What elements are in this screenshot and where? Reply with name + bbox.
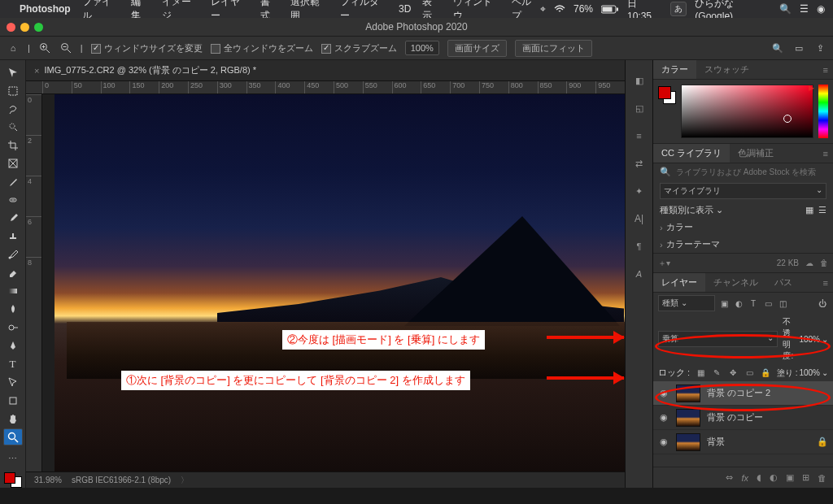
move-tool[interactable] [3, 64, 23, 80]
hue-slider[interactable] [818, 85, 828, 138]
lib-group-theme[interactable]: ›カラーテーマ [653, 236, 833, 253]
quick-select-tool[interactable] [3, 119, 23, 135]
tab-adjustments[interactable]: 色調補正 [730, 144, 782, 163]
new-layer-icon[interactable]: ⊞ [802, 472, 809, 483]
layer-filter-kind[interactable]: 種類 ⌄ [658, 295, 715, 311]
filter-type-icon[interactable]: T [748, 299, 759, 308]
lock-all-icon[interactable]: 🔒 [760, 368, 771, 377]
layer-row[interactable]: ◉ 背景 🔒 [653, 430, 833, 454]
library-search[interactable]: 🔍 [653, 163, 833, 180]
lock-artboard-icon[interactable]: ▭ [744, 368, 755, 377]
siri-icon[interactable]: ◉ [817, 3, 825, 15]
layer-thumb[interactable] [676, 409, 700, 427]
stamp-tool[interactable] [3, 228, 23, 245]
filter-toggle[interactable]: ⏻ [817, 299, 828, 308]
panel-icon-histogram[interactable]: ◧ [630, 72, 648, 89]
app-name[interactable]: Photoshop [20, 3, 71, 15]
hand-tool[interactable] [3, 411, 23, 427]
grid-view-icon[interactable]: ▦ [805, 205, 813, 215]
zoom-field[interactable]: 100% [405, 41, 439, 55]
zoom-out-icon[interactable] [59, 41, 72, 54]
fit-canvas-button[interactable]: 画面サイズ [447, 40, 507, 57]
panel-icon-info[interactable]: ≡ [630, 127, 648, 145]
tab-cc-libraries[interactable]: CC ライブラリ [653, 144, 730, 163]
marquee-tool[interactable] [3, 82, 23, 98]
filter-shape-icon[interactable]: ▭ [762, 299, 774, 308]
panel-icon-navigator[interactable]: ◱ [630, 99, 648, 117]
filter-adjust-icon[interactable]: ◐ [733, 299, 744, 308]
library-select[interactable]: マイライブラリ⌄ [660, 183, 826, 199]
history-brush-tool[interactable] [3, 246, 23, 263]
link-layers-icon[interactable]: ⇔ [726, 472, 733, 483]
opt-scrubby-zoom[interactable]: スクラブズーム [321, 42, 397, 54]
panel-icon-adjust[interactable]: ⇄ [630, 154, 648, 172]
status-profile[interactable]: sRGB IEC61966-2.1 (8bpc) [72, 476, 171, 484]
dodge-tool[interactable] [3, 319, 23, 336]
blur-tool[interactable] [3, 301, 23, 317]
fg-bg-swatch[interactable] [658, 86, 676, 104]
fill-value[interactable]: 100% [799, 368, 820, 377]
visibility-icon[interactable]: ◉ [658, 437, 669, 447]
panel-icon-para[interactable]: ¶ [630, 237, 648, 255]
ime-indicator[interactable]: あ [670, 2, 687, 16]
trash-icon[interactable]: 🗑 [820, 259, 828, 267]
share-icon[interactable]: ⇪ [813, 41, 826, 54]
type-tool[interactable]: T [3, 356, 23, 372]
home-icon[interactable]: ⌂ [7, 41, 20, 54]
cloud-icon[interactable]: ☁ [805, 259, 813, 267]
eraser-tool[interactable] [3, 264, 23, 280]
status-zoom[interactable]: 31.98% [34, 476, 62, 484]
notification-icon[interactable]: ☰ [800, 3, 809, 15]
add-icon[interactable]: ＋▾ [658, 258, 670, 269]
layer-mask-icon[interactable]: ◖ [757, 472, 761, 483]
menu-3d[interactable]: 3D [399, 3, 411, 15]
panel-icon-styles[interactable]: ✦ [630, 182, 648, 200]
document-tab[interactable]: ×IMG_0775-2.CR2 @ 32% (背景 のコピー 2, RGB/8)… [26, 60, 264, 80]
panel-icon-char[interactable]: A| [630, 210, 648, 228]
library-search-input[interactable] [676, 167, 826, 176]
filter-pixel-icon[interactable]: ▣ [718, 299, 730, 308]
panel-menu-icon[interactable]: ≡ [815, 273, 833, 292]
canvas[interactable]: ②今度は [描画モード] を [乗算] にします ①次に [背景のコピー] を更… [42, 94, 625, 471]
tab-channels[interactable]: チャンネル [705, 273, 766, 292]
bluetooth-icon[interactable]: ⌖ [540, 3, 546, 15]
fit-screen-button[interactable]: 画面にフィット [515, 40, 592, 57]
group-icon[interactable]: ▣ [786, 472, 794, 483]
layer-name[interactable]: 背景 のコピー [707, 411, 763, 424]
eyedropper-tool[interactable] [3, 173, 23, 189]
ruler-horizontal[interactable]: 0501001502002503003504004505005506006507… [26, 81, 625, 94]
tab-layers[interactable]: レイヤー [653, 273, 705, 292]
crop-tool[interactable] [3, 137, 23, 154]
tab-color[interactable]: カラー [653, 60, 696, 79]
delete-layer-icon[interactable]: 🗑 [818, 473, 826, 483]
path-select-tool[interactable] [3, 374, 23, 390]
spotlight-icon[interactable]: 🔍 [779, 3, 792, 15]
tab-swatches[interactable]: スウォッチ [696, 60, 757, 79]
lasso-tool[interactable] [3, 101, 23, 117]
list-view-icon[interactable]: ☰ [818, 205, 826, 215]
gradient-tool[interactable] [3, 283, 23, 299]
lock-trans-icon[interactable]: ▦ [695, 368, 706, 377]
layer-thumb[interactable] [676, 433, 700, 451]
color-swatches[interactable] [4, 472, 22, 488]
pen-tool[interactable] [3, 337, 23, 354]
panel-menu-icon[interactable]: ≡ [815, 60, 833, 79]
frame-tool[interactable] [3, 155, 23, 172]
healing-tool[interactable] [3, 192, 23, 208]
zoom-tool[interactable] [3, 428, 23, 445]
tab-paths[interactable]: パス [766, 273, 800, 292]
view-mode[interactable]: 種類別に表示 ⌄ [660, 204, 723, 216]
shape-tool[interactable] [3, 392, 23, 408]
lock-paint-icon[interactable]: ✎ [711, 368, 722, 377]
lib-group-color[interactable]: ›カラー [653, 219, 833, 236]
layer-name[interactable]: 背景 [707, 436, 725, 448]
opt-resize-window[interactable]: ウィンドウサイズを変更 [91, 42, 203, 54]
filter-smart-icon[interactable]: ◫ [777, 299, 788, 308]
visibility-icon[interactable]: ◉ [658, 412, 669, 423]
zoom-in-icon[interactable] [38, 41, 51, 54]
panel-menu-icon[interactable]: ≡ [815, 144, 833, 163]
layer-fx-icon[interactable]: fx [741, 473, 748, 483]
close-tab-icon[interactable]: × [34, 66, 39, 76]
workspace-icon[interactable]: ▭ [792, 41, 805, 54]
panel-icon-glyph[interactable]: A [630, 265, 648, 283]
